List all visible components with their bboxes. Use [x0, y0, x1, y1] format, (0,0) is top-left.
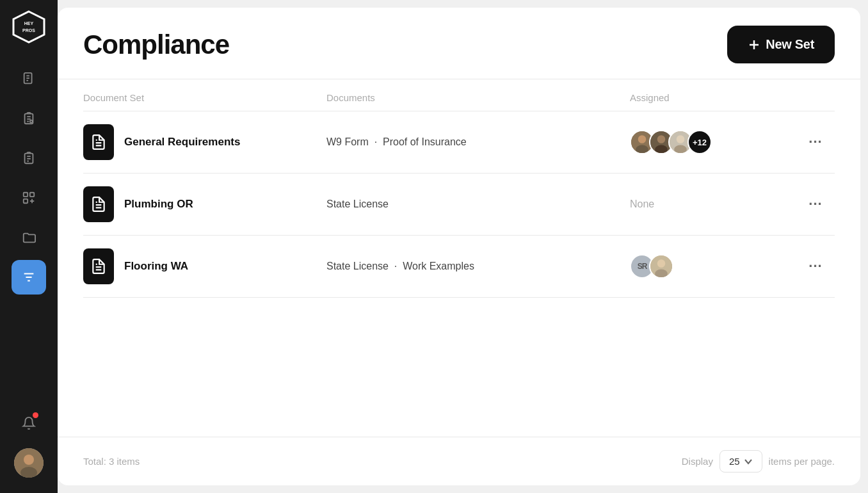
- doc-icon-3: [83, 248, 114, 284]
- items-per-page-label: items per page.: [769, 456, 835, 467]
- svg-point-42: [674, 145, 687, 154]
- sidebar-item-folder[interactable]: [12, 220, 46, 255]
- svg-point-38: [657, 135, 666, 143]
- assigned-cell-3: SR: [630, 254, 796, 279]
- sidebar-item-grid-add[interactable]: [12, 181, 46, 215]
- sidebar-item-tasks[interactable]: [12, 141, 46, 175]
- doc-set-cell-3: Flooring WA: [83, 248, 326, 284]
- svg-rect-18: [24, 193, 28, 197]
- assigned-cell-1: +12: [630, 130, 796, 154]
- svg-rect-19: [30, 193, 34, 197]
- documents-cell-1: W9 Form · Proof of Insurance: [326, 136, 630, 148]
- page-title: Compliance: [83, 29, 229, 60]
- doc-set-cell-2: Plumbing OR: [83, 186, 326, 222]
- svg-point-39: [655, 145, 668, 154]
- sidebar-navigation: [12, 61, 46, 406]
- user-avatar[interactable]: [14, 448, 44, 478]
- pagination-controls: Display 25 items per page.: [682, 450, 835, 473]
- table-row: General Requirements W9 Form · Proof of …: [83, 111, 835, 174]
- table-row: Flooring WA State License · Work Example…: [83, 236, 835, 298]
- avatar-group-1: +12: [630, 130, 712, 154]
- documents-cell-2: State License: [326, 198, 630, 210]
- avatar-count-badge-1: +12: [687, 130, 712, 154]
- col-header-actions: [796, 92, 835, 103]
- chevron-down-icon: [744, 457, 753, 466]
- page-footer: Total: 3 items Display 25 items per page…: [58, 437, 860, 485]
- svg-rect-20: [24, 199, 28, 203]
- table-row: Plumbing OR State License None ···: [83, 174, 835, 236]
- user-avatar-image: [14, 448, 44, 478]
- sidebar-item-documents[interactable]: [12, 61, 46, 96]
- sidebar: HEY PROS: [0, 0, 58, 493]
- svg-point-27: [24, 455, 34, 465]
- sidebar-item-compliance[interactable]: [12, 260, 46, 295]
- col-header-assigned: Assigned: [630, 92, 796, 103]
- doc-set-cell-1: General Requirements: [83, 124, 326, 160]
- svg-text:PROS: PROS: [22, 28, 35, 33]
- sidebar-item-clipboard[interactable]: [12, 101, 46, 136]
- doc-set-name-3[interactable]: Flooring WA: [124, 260, 188, 273]
- display-label: Display: [682, 456, 713, 467]
- sidebar-bottom: [12, 406, 46, 483]
- doc-set-name-2[interactable]: Plumbing OR: [124, 198, 193, 211]
- svg-marker-0: [13, 12, 44, 42]
- documents-cell-3: State License · Work Examples: [326, 261, 630, 272]
- app-logo[interactable]: HEY PROS: [12, 10, 45, 44]
- svg-point-36: [636, 145, 648, 154]
- svg-point-51: [655, 269, 668, 278]
- more-menu-1[interactable]: ···: [796, 134, 835, 150]
- per-page-select[interactable]: 25: [719, 450, 762, 473]
- more-menu-3[interactable]: ···: [796, 258, 835, 275]
- main-content: Compliance New Set Document Set Document…: [58, 8, 860, 485]
- new-set-button[interactable]: New Set: [727, 26, 835, 63]
- assigned-cell-2: None: [630, 198, 796, 210]
- svg-point-50: [657, 259, 666, 268]
- svg-text:HEY: HEY: [24, 21, 34, 26]
- col-header-document-set: Document Set: [83, 92, 326, 103]
- content-area: Document Set Documents Assigned General …: [58, 79, 860, 437]
- total-items-label: Total: 3 items: [83, 456, 140, 467]
- svg-point-41: [677, 135, 685, 143]
- doc-icon-1: [83, 124, 114, 160]
- avatar-group-3: SR: [630, 254, 673, 279]
- svg-point-35: [638, 135, 647, 143]
- doc-set-name-1[interactable]: General Requirements: [124, 136, 240, 149]
- page-header: Compliance New Set: [58, 8, 860, 79]
- col-header-documents: Documents: [326, 92, 630, 103]
- per-page-value: 25: [729, 456, 740, 467]
- doc-icon-2: [83, 186, 114, 222]
- avatar-4: [649, 254, 673, 279]
- notification-badge: [33, 412, 38, 418]
- notification-icon[interactable]: [12, 406, 46, 440]
- assigned-none-label: None: [630, 198, 654, 210]
- more-menu-2[interactable]: ···: [796, 196, 835, 213]
- table-header: Document Set Documents Assigned: [83, 79, 835, 111]
